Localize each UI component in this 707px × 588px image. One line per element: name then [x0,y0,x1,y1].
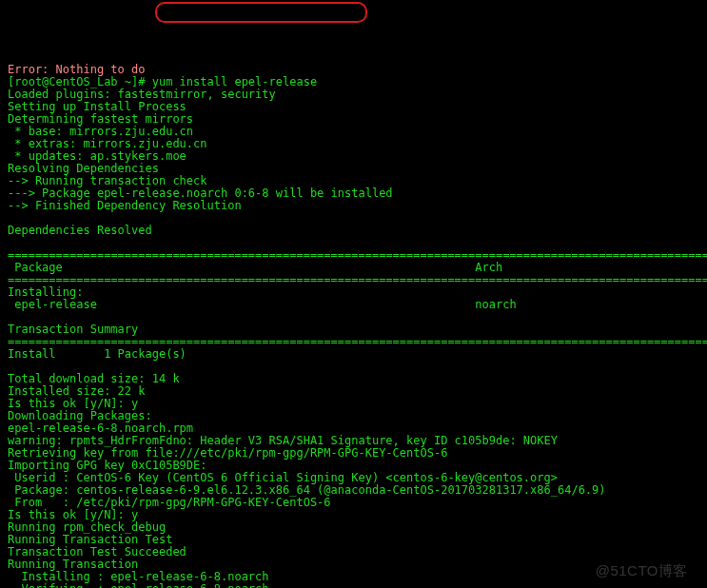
command-highlight-annotation [155,2,367,23]
error-line: Error: Nothing to do [8,63,146,76]
prompt-line: [root@CentOS_Lab ~]# yum install epel-re… [8,75,317,88]
output-line: Transaction Test Succeeded [8,545,187,559]
table-rule: ========================================… [8,248,707,262]
output-line: Setting up Install Process [8,100,187,113]
output-line: Retrieving key from file:///etc/pki/rpm-… [8,446,447,460]
output-line: Is this ok [y/N]: y [8,508,138,521]
output-line: Determining fastest mirrors [8,112,193,126]
output-line: Install 1 Package(s) [8,347,187,361]
output-line: Package: centos-release-6-9.el6.12.3.x86… [8,483,606,497]
table-row: epel-release noarch [8,298,517,311]
output-line: Userid : CentOS-6 Key (CentOS 6 Official… [8,471,558,484]
output-line: Installing: [8,285,83,299]
output-line: ---> Package epel-release.noarch 0:6-8 w… [8,186,393,200]
output-line: * base: mirrors.zju.edu.cn [8,125,193,138]
terminal-output: Error: Nothing to do [root@CentOS_Lab ~]… [0,49,707,588]
output-line: Resolving Dependencies [8,162,159,175]
shell-prompt: [root@CentOS_Lab ~]# [8,75,152,88]
output-line: Transaction Summary [8,323,138,336]
output-line: epel-release-6-8.noarch.rpm [8,421,193,435]
table-rule: ========================================… [8,273,707,286]
output-line: Installed size: 22 k [8,384,146,398]
output-line: Running rpm_check_debug [8,520,166,534]
output-line: * extras: mirrors.zju.edu.cn [8,137,207,150]
output-line: Installing : epel-release-6-8.noarch [8,570,269,583]
output-line: Running Transaction Test [8,533,172,546]
output-line: Total download size: 14 k [8,372,180,385]
watermark: @51CTO博客 [596,564,688,577]
output-line: From : /etc/pki/rpm-gpg/RPM-GPG-KEY-Cent… [8,496,331,509]
output-line: --> Running transaction check [8,174,207,187]
table-header: Package Arch [8,261,502,274]
output-line: Downloading Packages: [8,409,152,422]
output-line: * updates: ap.stykers.moe [8,149,187,163]
output-line: warning: rpmts_HdrFromFdno: Header V3 RS… [8,434,558,447]
output-line: Loaded plugins: fastestmirror, security [8,88,276,101]
output-line: --> Finished Dependency Resolution [8,199,242,212]
table-rule: ========================================… [8,335,707,348]
output-line: Importing GPG key 0xC105B9DE: [8,459,207,472]
output-line: Verifying : epel-release-6-8.noarch [8,582,269,588]
output-line: Dependencies Resolved [8,224,152,237]
command-text: yum install epel-release [152,75,317,88]
output-line: Running Transaction [8,558,138,571]
output-line: Is this ok [y/N]: y [8,397,138,410]
